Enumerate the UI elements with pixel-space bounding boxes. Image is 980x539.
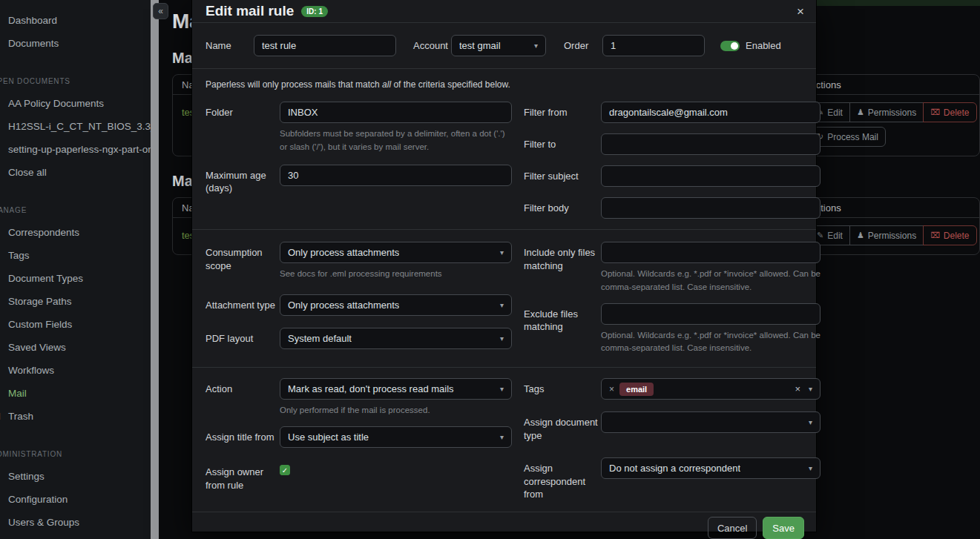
cancel-button[interactable]: Cancel bbox=[708, 517, 757, 539]
workflow-icon: ↝ bbox=[0, 366, 1, 376]
sidebar-item-label: Configuration bbox=[8, 494, 68, 505]
chevron-down-icon[interactable]: ▾ bbox=[809, 385, 812, 393]
tags-select[interactable]: ×email × ▾ bbox=[601, 378, 820, 400]
row-actions: ✎ Edit ♟ Permissions ⌧ Delete ⧉ bbox=[809, 225, 970, 245]
sidebar-item-label: Storage Paths bbox=[8, 296, 72, 307]
tags-label: Tags bbox=[524, 378, 601, 400]
sidebar-item-saved-views[interactable]: ▤Saved Views bbox=[0, 336, 151, 359]
sidebar-item-storage-paths[interactable]: ▥Storage Paths bbox=[0, 290, 151, 313]
process-mail-button[interactable]: ↻ Process Mail bbox=[809, 127, 886, 147]
doc-type-icon: ▣ bbox=[0, 274, 1, 284]
dialog-title: Edit mail rule bbox=[205, 3, 294, 19]
assign-title-row: Assign title from Use subject as title ▾ bbox=[205, 426, 512, 448]
sidebar-item-open-doc-h12ssl[interactable]: ▢H12SSL-i_C_CT_NT_BIOS_3.3_rele... bbox=[0, 115, 151, 138]
sidebar-item-configuration[interactable]: ⚒Configuration bbox=[0, 488, 151, 511]
sidebar-item-trash[interactable]: ⌧Trash bbox=[0, 405, 151, 428]
filter-subject-row: Filter subject bbox=[524, 165, 820, 187]
order-label: Order bbox=[564, 39, 602, 53]
consumption-scope-select[interactable]: Only process attachments ▾ bbox=[280, 242, 512, 263]
attachment-type-select[interactable]: Only process attachments ▾ bbox=[280, 294, 512, 316]
filter-from-input[interactable] bbox=[601, 102, 820, 123]
sidebar-item-label: Trash bbox=[8, 411, 33, 422]
include-files-help: Optional. Wildcards e.g. *.pdf or *invoi… bbox=[601, 268, 820, 294]
save-button[interactable]: Save bbox=[763, 517, 804, 539]
order-input[interactable] bbox=[602, 35, 705, 56]
account-select[interactable]: test gmail ▾ bbox=[451, 35, 546, 56]
person-icon: ♟ bbox=[857, 108, 864, 117]
sidebar-collapse-button[interactable]: « bbox=[153, 3, 168, 19]
sidebar-item-label: Mail bbox=[8, 388, 27, 399]
sidebar-item-settings[interactable]: ⚙Settings bbox=[0, 465, 151, 488]
sidebar-item-correspondents[interactable]: ♟Correspondents bbox=[0, 221, 151, 244]
sidebar-scrollbar[interactable] bbox=[151, 0, 159, 539]
tag-chip[interactable]: email bbox=[619, 383, 654, 396]
tag-icon: ◈ bbox=[0, 251, 1, 261]
edit-label: Edit bbox=[827, 231, 843, 241]
criteria-note-post: of the criteria specified below. bbox=[391, 79, 510, 90]
delete-button[interactable]: ⌧ Delete bbox=[923, 225, 976, 245]
sidebar-item-dashboard[interactable]: ▦Dashboard bbox=[0, 9, 151, 32]
max-age-input[interactable] bbox=[280, 165, 512, 186]
max-age-row: Maximum age (days) bbox=[205, 165, 512, 195]
sidebar-item-close-all[interactable]: ✕Close all bbox=[0, 161, 151, 184]
sidebar-item-label: Documents bbox=[8, 38, 59, 49]
sidebar-item-workflows[interactable]: ↝Workflows bbox=[0, 359, 151, 382]
sidebar-item-file-tasks[interactable]: ☰File Tasks bbox=[0, 534, 151, 539]
sidebar-item-open-doc-setting-up-paperless[interactable]: ▢setting-up-paperless-ngx-part-one bbox=[0, 138, 151, 161]
assign-title-select[interactable]: Use subject as title ▾ bbox=[280, 426, 512, 448]
action-button-group: ✎ Edit ♟ Permissions ⌧ Delete bbox=[809, 102, 977, 122]
permissions-button[interactable]: ♟ Permissions bbox=[849, 102, 924, 122]
exclude-files-input[interactable] bbox=[601, 303, 820, 325]
row-actions: ✎ Edit ♟ Permissions ⌧ Delete ↻ bbox=[809, 102, 970, 147]
name-input[interactable] bbox=[254, 35, 396, 56]
name-row: Name Account test gmail ▾ Order Enabled bbox=[192, 23, 816, 69]
action-select[interactable]: Mark as read, don't process read mails ▾ bbox=[280, 378, 512, 400]
chevrons-left-icon: « bbox=[158, 6, 163, 16]
criteria-section: Paperless will only process mails that m… bbox=[192, 69, 816, 230]
filter-subject-input[interactable] bbox=[601, 165, 820, 187]
action-section: Action Mark as read, don't process read … bbox=[192, 368, 816, 512]
assign-owner-row: Assign owner from rule ✓ bbox=[205, 461, 512, 492]
assign-owner-checkbox[interactable]: ✓ bbox=[280, 465, 290, 475]
action-help: Only performed if the mail is processed. bbox=[280, 404, 512, 417]
sidebar-section-header: Manage bbox=[0, 199, 151, 221]
pdf-layout-label: PDF layout bbox=[205, 328, 280, 349]
documents-icon: ▤ bbox=[0, 39, 1, 49]
sidebar-item-document-types[interactable]: ▣Document Types bbox=[0, 267, 151, 290]
attachment-type-row: Attachment type Only process attachments… bbox=[205, 294, 512, 316]
filter-to-row: Filter to bbox=[524, 133, 820, 155]
sidebar-item-label: Tags bbox=[8, 250, 30, 261]
toggle-knob bbox=[731, 42, 738, 50]
filter-body-input[interactable] bbox=[601, 197, 820, 219]
assign-title-value: Use subject as title bbox=[288, 431, 369, 443]
permissions-button[interactable]: ♟ Permissions bbox=[849, 225, 924, 245]
enabled-toggle[interactable] bbox=[720, 41, 740, 51]
exclude-files-help: Optional. Wildcards e.g. *.pdf or *invoi… bbox=[601, 329, 820, 356]
clear-tags-icon[interactable]: × bbox=[795, 383, 800, 394]
assign-title-label: Assign title from bbox=[205, 426, 280, 448]
assign-correspondent-select[interactable]: Do not assign a correspondent ▾ bbox=[601, 457, 820, 479]
dialog-header: Edit mail rule ID: 1 × bbox=[192, 0, 816, 23]
filter-from-row: Filter from bbox=[524, 102, 820, 123]
process-mail-label: Process Mail bbox=[827, 132, 878, 142]
action-label: Action bbox=[205, 378, 280, 417]
sidebar-item-custom-fields[interactable]: ⊞Custom Fields bbox=[0, 313, 151, 336]
sidebar-item-mail[interactable]: ✉Mail bbox=[0, 382, 151, 405]
scope-section: Consumption scope Only process attachmen… bbox=[192, 230, 816, 368]
sidebar-item-users-groups[interactable]: ♟Users & Groups bbox=[0, 511, 151, 534]
remove-tag-icon[interactable]: × bbox=[609, 384, 614, 394]
sidebar-item-label: setting-up-paperless-ngx-part-one bbox=[8, 144, 151, 155]
folder-input[interactable] bbox=[280, 102, 512, 123]
rule-id-badge: ID: 1 bbox=[301, 6, 328, 17]
assign-doc-type-select[interactable]: ▾ bbox=[601, 411, 820, 433]
close-button[interactable]: × bbox=[797, 5, 804, 18]
filter-to-input[interactable] bbox=[601, 133, 820, 155]
sidebar-item-open-doc-aa-policy[interactable]: ▢AA Policy Documents bbox=[0, 92, 151, 115]
include-files-input[interactable] bbox=[601, 242, 820, 263]
sidebar-item-tags[interactable]: ◈Tags bbox=[0, 244, 151, 267]
criteria-note-em: all bbox=[382, 79, 391, 90]
sidebar-item-documents[interactable]: ▤Documents bbox=[0, 32, 151, 55]
gear-icon: ⚙ bbox=[0, 472, 1, 482]
delete-button[interactable]: ⌧ Delete bbox=[923, 102, 976, 122]
pdf-layout-select[interactable]: System default ▾ bbox=[280, 328, 512, 349]
